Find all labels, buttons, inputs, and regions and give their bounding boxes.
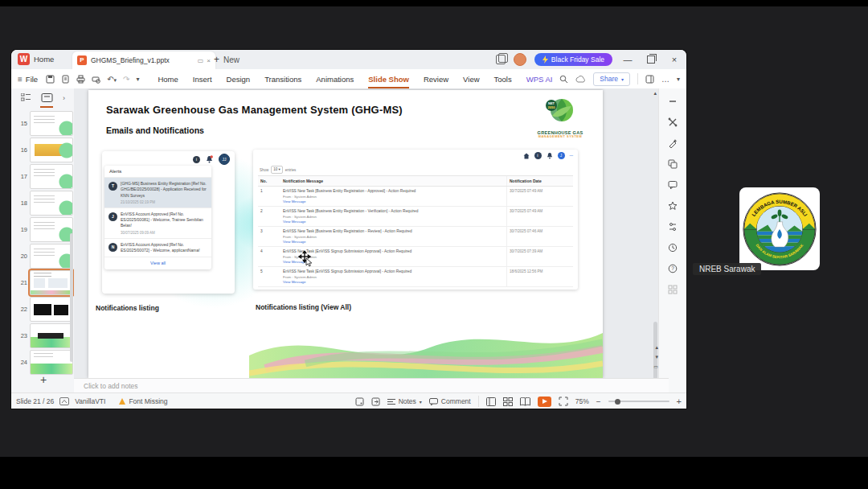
menu-animations[interactable]: Animations [309, 70, 361, 88]
print-preview-icon[interactable] [61, 75, 70, 84]
menu-slide-show[interactable]: Slide Show [361, 70, 416, 88]
tab-close-icon[interactable]: × [207, 57, 211, 64]
tab-window-icon[interactable]: ▭ [198, 57, 204, 64]
print-settings-icon[interactable] [92, 75, 100, 84]
slide-canvas[interactable]: Sarawak Greenhouse Gas Management System… [88, 90, 603, 378]
account-avatar[interactable] [514, 53, 526, 66]
share-button[interactable]: Share ▾ [593, 72, 630, 86]
menu-transitions[interactable]: Transitions [257, 70, 309, 88]
apps-grid-icon[interactable] [668, 285, 678, 294]
normal-view-icon[interactable] [486, 397, 496, 406]
zoom-slider[interactable] [608, 401, 669, 402]
slide-number: 23 [14, 332, 27, 339]
windows-stack-icon[interactable] [496, 55, 506, 64]
menu-view[interactable]: View [456, 70, 486, 88]
comment-toggle[interactable]: Comment [429, 397, 471, 405]
menu-wps-ai[interactable]: WPS AI [519, 70, 560, 88]
side-dock-icon[interactable] [371, 397, 380, 406]
slide-thumbnail[interactable] [30, 244, 73, 269]
scroll-up-icon[interactable]: ▴ [653, 90, 657, 97]
collapse-panel-icon[interactable]: › [63, 94, 65, 102]
notes-toggle[interactable]: Notes▾ [387, 397, 422, 405]
panel-scrollbar[interactable] [70, 233, 73, 362]
slide-thumbnail[interactable] [30, 270, 73, 295]
black-friday-sale-button[interactable]: Black Friday Sale [534, 53, 612, 66]
slide-thumb-22[interactable]: 22 [14, 297, 73, 321]
slide-thumb-20[interactable]: 20 [14, 244, 73, 268]
zoom-slider-handle[interactable] [615, 399, 620, 405]
menu-design[interactable]: Design [219, 70, 258, 88]
slide-thumb-16[interactable]: 16 [14, 138, 73, 162]
sidebar-toggle-icon[interactable] [645, 75, 654, 84]
caption-left[interactable]: Notifications listing [96, 304, 159, 312]
favorites-star-icon[interactable] [668, 201, 678, 211]
slide-thumbnail[interactable] [30, 138, 73, 162]
fit-screen-icon[interactable] [559, 397, 568, 406]
slide-thumb-24[interactable]: 24 [14, 350, 73, 374]
slide-thumb-23[interactable]: 23 [14, 323, 73, 347]
slide-thumbnail[interactable] [30, 164, 73, 189]
font-missing-status[interactable]: Font Missing [129, 397, 167, 405]
reading-view-icon[interactable] [520, 397, 530, 406]
thumbnail-list: 15 16 17 18 19 20 21 22 23 24 [14, 111, 73, 374]
zoom-in-icon[interactable]: + [677, 397, 682, 406]
slide-thumbnail[interactable] [30, 323, 73, 348]
redo-icon[interactable]: ↷ [123, 75, 129, 84]
file-menu[interactable]: File [26, 75, 38, 84]
caption-right[interactable]: Notifications listing (View All) [256, 303, 351, 311]
settings-sliders-icon[interactable] [668, 222, 678, 232]
restore-button[interactable] [647, 55, 655, 64]
slide-thumb-17[interactable]: 17 [14, 164, 73, 188]
slide-thumb-19[interactable]: 19 [14, 217, 73, 241]
wps-logo-icon[interactable]: W [18, 53, 30, 65]
minimize-button[interactable]: — [620, 53, 635, 67]
slide-thumbnail[interactable] [30, 111, 73, 136]
more-options-icon[interactable]: … [661, 75, 669, 84]
history-clock-icon[interactable] [668, 243, 678, 253]
slide-thumb-18[interactable]: 18 [14, 191, 73, 215]
toolbar-more-icon[interactable]: ▾ [136, 76, 139, 83]
notes-input[interactable]: Click to add notes [74, 378, 669, 393]
slideshow-play-button[interactable] [538, 397, 551, 407]
collapse-pane-icon[interactable] [668, 97, 678, 106]
menu-tools[interactable]: Tools [487, 70, 519, 88]
document-tab[interactable]: P GHGMS_Briefing_v1.pptx ▭ × [72, 51, 215, 69]
slide-thumb-15[interactable]: 15 [14, 111, 73, 135]
zoom-level[interactable]: 75% [575, 397, 589, 405]
new-tab-button[interactable]: + New [214, 54, 240, 65]
slide-indicator[interactable]: Slide 21 / 26 [16, 397, 54, 405]
help-icon[interactable]: ? [668, 264, 678, 273]
shapes-icon[interactable] [668, 159, 678, 169]
close-button[interactable]: × [667, 53, 682, 67]
slide-number: 17 [14, 173, 27, 180]
slide-thumbnail[interactable] [30, 297, 73, 322]
slide-title[interactable]: Sarawak Greenhouse Gas Management System… [106, 104, 403, 116]
search-icon[interactable] [559, 75, 568, 84]
ai-assistant-icon[interactable] [668, 138, 678, 148]
undo-icon[interactable]: ↶▾ [107, 75, 117, 84]
theme-name[interactable]: VanillaVTI [75, 397, 105, 405]
slide-thumbnail[interactable] [30, 191, 73, 216]
slide-view-icon[interactable] [41, 93, 53, 102]
menu-home[interactable]: Home [150, 70, 185, 88]
cloud-sync-icon[interactable] [575, 76, 586, 83]
outline-view-icon[interactable] [21, 93, 31, 102]
collapse-ribbon-icon[interactable]: ▾ [677, 76, 680, 83]
menu-review[interactable]: Review [416, 70, 456, 88]
home-tab[interactable]: Home [34, 55, 54, 64]
design-tools-icon[interactable] [668, 117, 678, 127]
zoom-out-icon[interactable]: − [596, 397, 601, 406]
comment-pane-icon[interactable] [668, 180, 678, 190]
save-icon[interactable] [46, 75, 55, 84]
slide-thumb-21-selected[interactable]: 21 [14, 270, 73, 294]
add-slide-button[interactable]: + [35, 373, 51, 386]
slide-subtitle[interactable]: Emails and Notifications [106, 125, 204, 135]
task-pane-icon[interactable] [355, 397, 364, 406]
slide-number: 15 [14, 120, 27, 127]
slide-thumbnail[interactable] [30, 217, 73, 242]
slide-thumbnail[interactable] [30, 350, 73, 375]
alert-avatar: N [108, 243, 117, 252]
menu-insert[interactable]: Insert [186, 70, 219, 88]
slide-sorter-icon[interactable] [503, 397, 513, 406]
printer-icon[interactable] [76, 75, 85, 84]
